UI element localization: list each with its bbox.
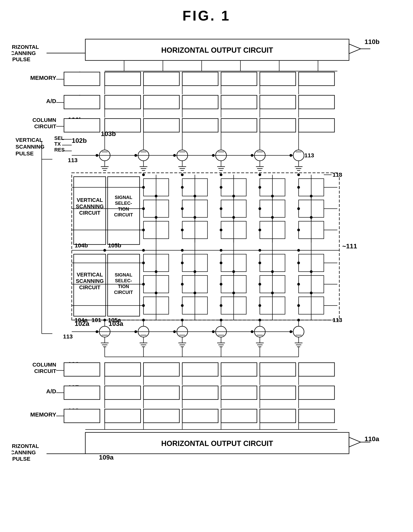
mem-a-0 xyxy=(64,409,100,423)
label-ad-a: A/D xyxy=(46,388,56,394)
svg-point-264 xyxy=(297,283,300,285)
svg-text:CIRCUIT: CIRCUIT xyxy=(114,212,133,217)
label-104b: 104b xyxy=(75,242,88,248)
svg-point-259 xyxy=(297,262,300,264)
col-b-5 xyxy=(260,119,296,132)
ad-b-4 xyxy=(221,95,257,109)
svg-point-253 xyxy=(258,228,261,231)
label-memory-a: MEMORY xyxy=(30,411,56,418)
dot-mid-0 xyxy=(103,249,106,252)
vert-scan-a-text1: VERTICAL xyxy=(77,272,103,278)
dot-mid-2 xyxy=(181,249,184,252)
mem-a-1 xyxy=(105,409,141,423)
mem-a-5 xyxy=(260,409,296,423)
dot-mid-1 xyxy=(142,249,145,252)
svg-point-242 xyxy=(220,186,222,189)
svg-point-244 xyxy=(297,186,300,189)
svg-text:SCANNING: SCANNING xyxy=(12,449,36,456)
dot-b-trans-2 xyxy=(173,154,176,157)
svg-point-263 xyxy=(258,283,261,285)
svg-text:CIRCUIT: CIRCUIT xyxy=(114,290,133,295)
svg-point-258 xyxy=(258,262,261,264)
sig-sel-a-text1: SIGNAL xyxy=(115,272,132,277)
hoc-text-top: HORIZONTAL OUTPUT CIRCUIT xyxy=(161,46,273,54)
sig-sel-b-text1: SIGNAL xyxy=(115,195,132,200)
dot-a-trans-3 xyxy=(212,330,215,333)
svg-text:SELEC-: SELEC- xyxy=(115,200,132,206)
svg-point-87 xyxy=(258,173,261,176)
label-113-b-left: 113 xyxy=(68,157,78,163)
transistor-a-5 xyxy=(293,326,304,337)
svg-text:TION: TION xyxy=(118,284,129,289)
svg-point-251 xyxy=(181,228,184,231)
svg-point-252 xyxy=(220,228,222,231)
svg-point-88 xyxy=(297,173,300,176)
svg-text:CIRCUIT: CIRCUIT xyxy=(79,210,100,216)
triangle-bottom xyxy=(349,437,361,447)
ad-a-3 xyxy=(182,386,218,399)
svg-text:SCANNING: SCANNING xyxy=(16,144,44,150)
label-113-a-left: 113 xyxy=(63,333,73,340)
svg-point-257 xyxy=(220,262,222,264)
mem-b-4 xyxy=(221,72,257,86)
figure-title: FIG. 1 xyxy=(12,8,401,24)
ad-b-0 xyxy=(64,95,100,109)
svg-text:PULSE: PULSE xyxy=(16,151,34,157)
dot-b-trans-1 xyxy=(134,154,137,157)
label-102a: 102a xyxy=(75,320,89,327)
page: FIG. 1 109b HORIZONTAL SCANNING PULSE HO… xyxy=(0,0,413,532)
ad-a-4 xyxy=(221,386,257,399)
dot-a-trans-4 xyxy=(251,330,253,333)
label-horiz-scan-pulse-b: HORIZONTAL xyxy=(12,44,39,50)
mem-b-2 xyxy=(144,72,179,86)
svg-point-246 xyxy=(181,207,184,210)
label-vert-scan-pulse: VERTICAL xyxy=(16,137,43,143)
col-a-2 xyxy=(144,363,179,376)
ad-b-3 xyxy=(182,95,218,109)
ad-a-5 xyxy=(260,386,296,399)
label-col-cir-a-2: CIRCUIT xyxy=(34,368,56,374)
hoc-text-bottom: HORIZONTAL OUTPUT CIRCUIT xyxy=(161,439,273,447)
main-diagram-svg: 109b HORIZONTAL SCANNING PULSE HORIZONTA… xyxy=(12,33,380,532)
svg-text:PULSE: PULSE xyxy=(12,56,30,62)
label-105b: 105b xyxy=(108,242,121,248)
dot-a-trans-5 xyxy=(289,330,292,333)
ad-a-0 xyxy=(64,386,100,399)
label-tx: TX xyxy=(54,141,61,147)
label-col-cir-b-1: COLUMN xyxy=(32,117,56,123)
svg-point-255 xyxy=(142,262,145,264)
transistor-b-5 xyxy=(293,150,304,161)
svg-point-269 xyxy=(297,304,300,307)
dot-b-trans-5 xyxy=(289,154,292,157)
svg-point-245 xyxy=(142,207,145,210)
label-109a: 109a xyxy=(99,454,114,461)
col-a-4 xyxy=(221,363,257,376)
svg-point-86 xyxy=(220,173,222,176)
label-col-cir-b-2: CIRCUIT xyxy=(34,124,56,129)
circuit-diagram: 109b HORIZONTAL SCANNING PULSE HORIZONTA… xyxy=(12,33,380,532)
label-113-pixel-a: 113 xyxy=(333,317,342,323)
svg-point-249 xyxy=(297,207,300,210)
triangle-top xyxy=(349,44,361,54)
label-col-cir-a-1: COLUMN xyxy=(32,362,56,368)
mem-b-6 xyxy=(299,72,334,86)
col-b-3 xyxy=(182,119,218,132)
vert-scan-b-text1: VERTICAL xyxy=(77,197,103,203)
label-110b: 110b xyxy=(364,38,380,45)
ad-b-1 xyxy=(105,95,141,109)
ad-a-6 xyxy=(299,386,334,399)
col-b-6 xyxy=(299,119,334,132)
col-b-2 xyxy=(144,119,179,132)
dot-b-trans-3 xyxy=(212,154,215,157)
svg-point-266 xyxy=(181,304,184,307)
svg-point-260 xyxy=(142,283,145,285)
svg-point-85 xyxy=(181,173,184,176)
svg-text:PULSE: PULSE xyxy=(12,456,30,462)
label-103a: 103a xyxy=(108,320,124,327)
svg-point-250 xyxy=(142,228,145,231)
ad-b-6 xyxy=(299,95,334,109)
mem-a-2 xyxy=(144,409,179,423)
label-113-pixel-b: 113 xyxy=(333,171,342,178)
col-a-1 xyxy=(105,363,141,376)
col-a-3 xyxy=(182,363,218,376)
